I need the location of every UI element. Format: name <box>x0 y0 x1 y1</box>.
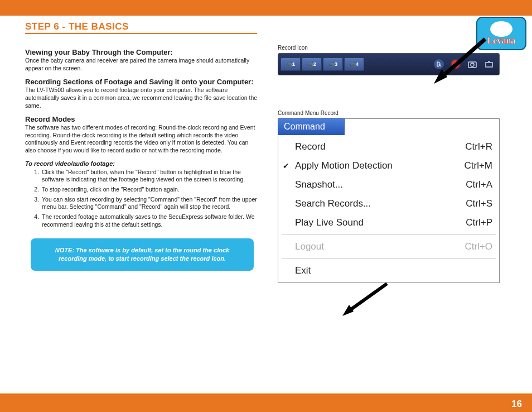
camera-button-1[interactable]: 📹 1 <box>280 58 301 71</box>
menu-shortcut: Ctrl+R <box>465 141 492 152</box>
top-bar <box>0 0 532 16</box>
title-underline <box>25 33 257 34</box>
para-recording: The LV-TW500 allows you to record footag… <box>25 87 259 109</box>
menu-shortcut: Ctrl+O <box>465 241 492 252</box>
logo-text: Levana <box>487 36 516 45</box>
menu-separator <box>282 234 496 235</box>
para-viewing: Once the baby camera and receiver are pa… <box>25 57 259 72</box>
caption-record-icon: Record Icon <box>278 45 501 51</box>
svg-marker-9 <box>342 305 354 316</box>
page-number: 16 <box>511 399 522 410</box>
step-item: To stop recording, click on the "Record"… <box>41 186 259 194</box>
camera-button-2[interactable]: 📹 2 <box>302 58 322 71</box>
subheading-to-record: To record video/audio footage: <box>25 160 259 167</box>
camera-button-4[interactable]: 📹 4 <box>344 58 364 71</box>
svg-point-3 <box>502 22 508 27</box>
motion-icon[interactable] <box>431 56 447 72</box>
note-box: NOTE: The software is by default, set to… <box>31 238 254 271</box>
heading-recording: Recording Sections of Footage and Saving… <box>25 78 259 86</box>
step-title: STEP 6 - THE BASICS <box>25 21 526 32</box>
heading-record-modes: Record Modes <box>25 115 259 123</box>
caption-command-menu: Command Menu Record <box>278 110 501 116</box>
record-button[interactable] <box>448 56 463 72</box>
left-column: Viewing your Baby Through the Computer: … <box>25 45 259 271</box>
step-item: You can also start recording by selectin… <box>41 196 259 211</box>
menu-shortcut: Ctrl+S <box>466 198 492 209</box>
menu-label: Logout <box>295 241 324 252</box>
menu-label: Record <box>295 141 326 152</box>
step-item: Click the "Record" button, when the "Rec… <box>41 169 259 184</box>
menu-shortcut: Ctrl+A <box>466 179 492 190</box>
svg-point-2 <box>495 22 500 27</box>
check-icon: ✔ <box>283 161 289 170</box>
menu-label: Apply Motion Detection <box>295 160 393 171</box>
menu-item-snapshot[interactable]: Snapshot... Ctrl+A <box>278 175 499 194</box>
menu-label: Play Live Sound <box>295 217 364 228</box>
snapshot-icon[interactable] <box>465 56 480 72</box>
svg-line-8 <box>348 284 387 312</box>
menu-item-exit[interactable]: Exit <box>278 261 499 280</box>
menu-label: Snapshot... <box>295 179 343 190</box>
para-record-modes: The software has two different modes of … <box>25 124 259 155</box>
heading-viewing: Viewing your Baby Through the Computer: <box>25 48 259 56</box>
svg-rect-7 <box>486 63 492 67</box>
menu-item-logout: Logout Ctrl+O <box>278 237 499 256</box>
menu-label: Search Records... <box>295 198 371 209</box>
menu-shortcut: Ctrl+P <box>466 217 492 228</box>
right-column: Record Icon 📹 1 📹 2 📹 3 📹 4 Command Menu… <box>278 45 501 283</box>
camera-button-3[interactable]: 📹 3 <box>323 58 343 71</box>
steps-list: Click the "Record" button, when the "Rec… <box>41 169 259 228</box>
svg-point-1 <box>490 21 512 37</box>
menu-item-search[interactable]: Search Records... Ctrl+S <box>278 194 499 213</box>
bottom-bar: 16 <box>0 394 532 412</box>
menu-shortcut: Ctrl+M <box>464 160 492 171</box>
menu-separator <box>282 258 496 259</box>
menu-label: Exit <box>295 265 311 276</box>
record-icon <box>452 60 460 68</box>
arrow-annotation-icon <box>337 278 393 323</box>
software-toolbar: 📹 1 📹 2 📹 3 📹 4 <box>278 53 500 75</box>
command-menu: Command Record Ctrl+R ✔ Apply Motion Det… <box>278 118 500 283</box>
menu-title[interactable]: Command <box>278 118 345 135</box>
svg-point-6 <box>471 63 474 66</box>
menu-item-play-sound[interactable]: Play Live Sound Ctrl+P <box>278 213 499 232</box>
menu-item-record[interactable]: Record Ctrl+R <box>278 137 499 156</box>
expand-icon[interactable] <box>481 56 497 72</box>
step-item: The recorded footage automatically saves… <box>41 213 259 228</box>
menu-item-motion[interactable]: ✔ Apply Motion Detection Ctrl+M <box>278 156 499 175</box>
